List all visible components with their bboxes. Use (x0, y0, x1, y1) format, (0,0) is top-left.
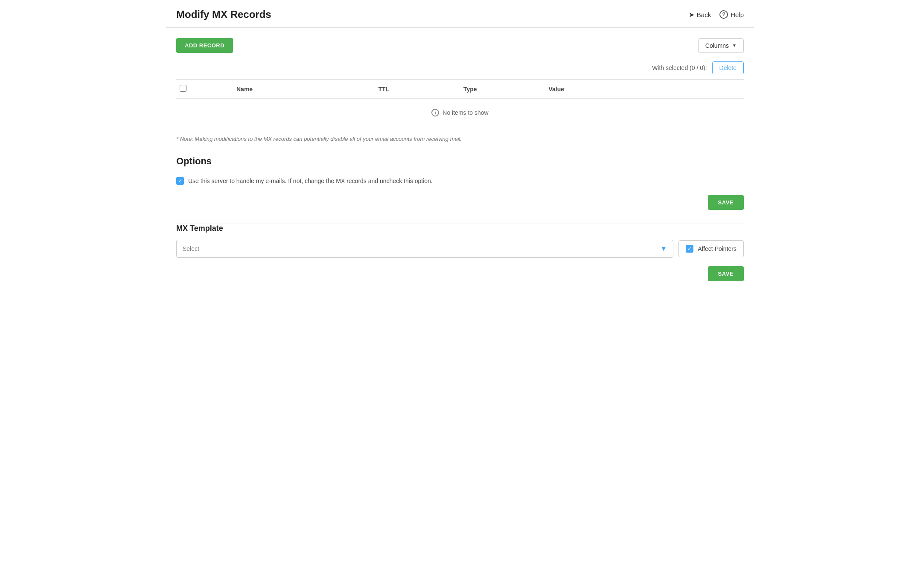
name-column-header: Name (233, 80, 375, 99)
use-server-checkbox[interactable]: ✓ (176, 177, 184, 185)
checkmark-icon: ✓ (178, 178, 182, 183)
affect-pointers-checkbox[interactable]: ✓ (686, 245, 693, 253)
affect-pointers-label: Affect Pointers (698, 245, 737, 252)
table-header-row: Name TTL Type Value (176, 80, 744, 99)
empty-content: i No items to show (180, 109, 740, 116)
delete-button[interactable]: Delete (712, 61, 744, 74)
mx-template-save-row: SAVE (176, 258, 744, 281)
empty-message: No items to show (443, 109, 488, 116)
records-table: Name TTL Type Value (176, 79, 744, 127)
affect-pointers-checkmark-icon: ✓ (687, 246, 692, 251)
select-all-column (176, 80, 233, 99)
page-title: Modify MX Records (176, 9, 271, 20)
select-all-checkbox[interactable] (180, 85, 186, 92)
options-save-button[interactable]: SAVE (708, 195, 744, 210)
template-select-wrapper: Select ▼ (176, 240, 673, 258)
note-section: * Note: Making modifications to the MX r… (166, 127, 754, 142)
mx-template-section: MX Template Select ▼ ✓ Affect Pointers S… (166, 224, 754, 309)
back-arrow-icon: ➤ (689, 11, 694, 19)
help-circle-icon: ? (719, 10, 728, 19)
mx-template-title: MX Template (176, 224, 744, 233)
help-label: Help (731, 11, 744, 18)
template-select[interactable]: Select (177, 240, 673, 257)
help-button[interactable]: ? Help (719, 10, 744, 19)
chevron-down-icon: ▼ (732, 43, 737, 48)
use-server-row: ✓ Use this server to handle my e-mails. … (176, 177, 744, 185)
back-button[interactable]: ➤ Back (689, 11, 711, 19)
ttl-column-header: TTL (375, 80, 460, 99)
add-record-button[interactable]: ADD RECORD (176, 38, 233, 53)
affect-pointers-box: ✓ Affect Pointers (678, 240, 744, 257)
with-selected-label: With selected (0 / 0): (652, 64, 707, 71)
empty-state-cell: i No items to show (176, 99, 744, 127)
columns-label: Columns (705, 42, 729, 49)
options-section: Options ✓ Use this server to handle my e… (166, 142, 754, 185)
type-column-header: Type (460, 80, 545, 99)
template-row: Select ▼ ✓ Affect Pointers (176, 240, 744, 258)
records-table-container: Name TTL Type Value (166, 79, 754, 127)
value-column-header: Value (545, 80, 744, 99)
back-label: Back (697, 11, 711, 18)
page-header: Modify MX Records ➤ Back ? Help (166, 0, 754, 28)
mx-template-save-button[interactable]: SAVE (708, 266, 744, 281)
with-selected-row: With selected (0 / 0): Delete (166, 60, 754, 79)
options-title: Options (176, 156, 744, 167)
empty-state-row: i No items to show (176, 99, 744, 127)
header-actions: ➤ Back ? Help (689, 10, 744, 19)
info-icon: i (431, 109, 439, 116)
options-save-row: SAVE (166, 195, 754, 210)
note-text: * Note: Making modifications to the MX r… (176, 136, 462, 142)
toolbar: ADD RECORD Columns ▼ (166, 28, 754, 60)
use-server-label: Use this server to handle my e-mails. If… (188, 178, 433, 184)
columns-button[interactable]: Columns ▼ (698, 38, 744, 53)
